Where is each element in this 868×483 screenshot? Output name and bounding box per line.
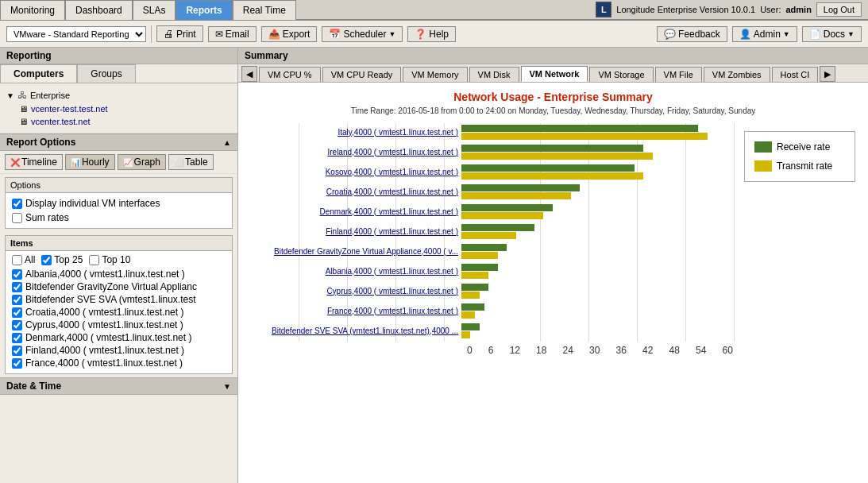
bar-row-0: Italy,4000 ( vmtest1.linux.test.net ) (251, 123, 735, 141)
admin-button[interactable]: 👤 Admin ▼ (732, 26, 797, 42)
bar-label-5[interactable]: Finland,4000 ( vmtest1.linux.test.net ) (251, 227, 461, 236)
transmit-bar-2 (461, 172, 643, 180)
transmit-bar-5 (461, 232, 516, 239)
all-label: All (25, 254, 35, 265)
tree-area: ▼ 🖧 Enterprise 🖥 vcenter-test.test.net 🖥… (0, 83, 237, 133)
list-item[interactable]: Bitdefender SVE SVA (vmtest1.linux.test (12, 294, 226, 305)
app-title: Longitude Enterprise Version 10.0.1 (616, 5, 755, 14)
items-list: Albania,4000 ( vmtest1.linux.test.net ) … (12, 269, 226, 370)
chart-tab-vmmemory[interactable]: VM Memory (403, 67, 467, 82)
tab-nav-right[interactable]: ▶ (820, 66, 835, 82)
email-icon: ✉ (215, 29, 223, 40)
tree-link-1[interactable]: vcenter-test.test.net (31, 104, 108, 114)
docs-button[interactable]: 📄 Docs ▼ (802, 26, 862, 42)
list-item[interactable]: Albania,4000 ( vmtest1.linux.test.net ) (12, 269, 226, 280)
table-button[interactable]: ⬜ Table (168, 154, 214, 170)
x-axis-0: 0 (467, 345, 473, 356)
tab-groups[interactable]: Groups (77, 64, 135, 83)
logout-button[interactable]: Log Out (816, 2, 862, 17)
help-button[interactable]: ❓ Help (407, 26, 456, 42)
item-checkbox-6[interactable] (12, 346, 22, 356)
display-vm-checkbox-row[interactable]: Display individual VM interfaces (12, 198, 226, 209)
top25-checkbox[interactable] (41, 255, 52, 265)
x-axis-1: 6 (488, 345, 494, 356)
email-button[interactable]: ✉ Email (208, 26, 257, 42)
top25-filter[interactable]: Top 25 (41, 254, 83, 265)
chart-tab-vmcpu[interactable]: VM CPU % (259, 67, 321, 82)
tree-item-vcenter[interactable]: 🖥 vcenter.test.net (19, 115, 231, 128)
export-button[interactable]: 📤 Export (261, 26, 318, 42)
bar-label-8[interactable]: Cyprus,4000 ( vmtest1.linux.test.net ) (251, 287, 461, 296)
chart-tab-hostci[interactable]: Host CI (772, 67, 819, 82)
tree-link-2[interactable]: vcenter.test.net (31, 117, 91, 126)
transmit-bar-9 (461, 311, 475, 319)
tree-item-vcenter-test[interactable]: 🖥 vcenter-test.test.net (19, 102, 231, 115)
item-checkbox-4[interactable] (12, 320, 22, 330)
graph-button[interactable]: 📈 Graph (118, 154, 166, 170)
chart-tab-vmstorage[interactable]: VM Storage (589, 67, 653, 82)
display-vm-checkbox[interactable] (12, 199, 22, 209)
chart-tab-vmzombies[interactable]: VM Zombies (704, 67, 770, 82)
hourly-button[interactable]: 📊 Hourly (65, 154, 115, 170)
tab-computers[interactable]: Computers (0, 64, 77, 83)
item-checkbox-5[interactable] (12, 333, 22, 343)
list-item[interactable]: France,4000 ( vmtest1.linux.test.net ) (12, 357, 226, 369)
tree-root-label: Enterprise (30, 91, 70, 100)
feedback-button[interactable]: 💬 Feedback (657, 26, 727, 42)
tab-slas[interactable]: SLAs (133, 0, 176, 20)
bars-container-4 (461, 204, 735, 219)
list-item[interactable]: Cyprus,4000 ( vmtest1.linux.test.net ) (12, 319, 226, 330)
item-checkbox-1[interactable] (12, 282, 22, 292)
item-checkbox-2[interactable] (12, 295, 22, 305)
tree-root[interactable]: ▼ 🖧 Enterprise (6, 88, 231, 102)
transmit-bar-0 (461, 133, 708, 140)
export-icon: 📤 (268, 29, 280, 40)
top10-filter[interactable]: Top 10 (89, 254, 130, 265)
chart-tab-vmfile[interactable]: VM File (655, 67, 702, 82)
bar-label-2[interactable]: Kosovo,4000 ( vmtest1.linux.test.net ) (251, 168, 461, 176)
all-filter[interactable]: All (12, 254, 35, 265)
bar-label-0[interactable]: Italy,4000 ( vmtest1.linux.test.net ) (251, 128, 461, 137)
chart-tab-vmcpuready[interactable]: VM CPU Ready (322, 67, 402, 82)
item-checkbox-7[interactable] (12, 358, 22, 369)
item-checkbox-0[interactable] (12, 269, 22, 280)
sum-rates-checkbox-row[interactable]: Sum rates (12, 212, 226, 223)
report-type-select[interactable]: VMware - Standard Reporting (6, 26, 146, 42)
x-axis-2: 12 (510, 345, 520, 356)
bar-label-1[interactable]: Ireland,4000 ( vmtest1.linux.test.net ) (251, 148, 461, 156)
bar-label-7[interactable]: Albania,4000 ( vmtest1.linux.test.net ) (251, 267, 461, 276)
receive-bar-0 (461, 125, 698, 132)
scheduler-button[interactable]: 📅 Scheduler ▼ (322, 26, 403, 42)
print-button[interactable]: 🖨 Print (156, 25, 203, 42)
tab-dashboard[interactable]: Dashboard (65, 0, 133, 20)
sum-rates-checkbox[interactable] (12, 213, 22, 223)
datetime-header[interactable]: Date & Time ▼ (0, 377, 237, 395)
receive-bar-8 (461, 284, 488, 291)
list-item[interactable]: Denmark,4000 ( vmtest1.linux.test.net ) (12, 332, 226, 343)
chart-tab-vmdisk[interactable]: VM Disk (469, 67, 519, 82)
tab-monitoring[interactable]: Monitoring (0, 0, 65, 20)
receive-bar-3 (461, 184, 580, 191)
tab-realtime[interactable]: Real Time (233, 0, 296, 20)
tab-nav-left[interactable]: ◀ (241, 66, 257, 82)
top10-checkbox[interactable] (89, 255, 99, 265)
transmit-bar-8 (461, 292, 480, 299)
bar-label-9[interactable]: France,4000 ( vmtest1.linux.test.net ) (251, 307, 461, 315)
timeline-button[interactable]: ❌ Timeline (5, 154, 63, 170)
bar-label-6[interactable]: Bitdefender GravityZone Virtual Applianc… (251, 247, 461, 256)
report-options-collapse-icon[interactable]: ▲ (223, 138, 231, 147)
list-item[interactable]: Bitdefender GravityZone Virtual Applianc (12, 281, 226, 292)
chart-tab-vmnetwork[interactable]: VM Network (521, 66, 588, 82)
chart-legend: Receive rate Transmit rate (744, 131, 855, 182)
list-item[interactable]: Finland,4000 ( vmtest1.linux.test.net ) (12, 345, 226, 356)
item-checkbox-3[interactable] (12, 307, 22, 318)
x-axis-5: 30 (589, 345, 600, 356)
bar-label-10[interactable]: Bitdefender SVE SVA (vmtest1.linux.test.… (251, 327, 461, 335)
item-label-7: France,4000 ( vmtest1.linux.test.net ) (25, 357, 183, 369)
tab-reports[interactable]: Reports (176, 0, 232, 20)
all-checkbox[interactable] (12, 255, 22, 265)
legend-transmit: Transmit rate (754, 160, 845, 172)
list-item[interactable]: Croatia,4000 ( vmtest1.linux.test.net ) (12, 307, 226, 318)
bar-label-3[interactable]: Croatia,4000 ( vmtest1.linux.test.net ) (251, 187, 461, 196)
bar-label-4[interactable]: Denmark,4000 ( vmtest1.linux.test.net ) (251, 207, 461, 216)
